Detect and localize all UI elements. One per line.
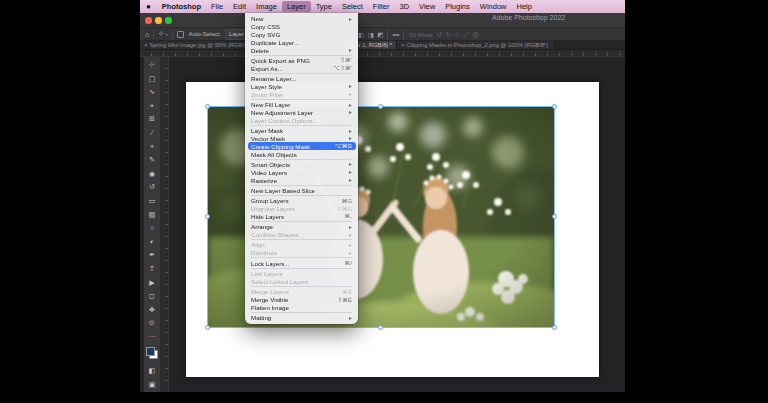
foreground-color-swatch[interactable]	[146, 347, 155, 356]
tool-spot-healing-brush-icon[interactable]: +	[146, 142, 159, 151]
menubar-item-help[interactable]: Help	[511, 1, 536, 12]
menubar-item-filter[interactable]: Filter	[368, 1, 395, 12]
tool-hand-icon[interactable]: ✥	[146, 305, 159, 314]
menubar-item-view[interactable]: View	[414, 1, 440, 12]
zoom-window-icon[interactable]	[165, 17, 172, 24]
menu-item-lock-layers[interactable]: Lock Layers...⌘/	[245, 259, 358, 267]
menu-item-hide-layers[interactable]: Hide Layers⌘,	[245, 212, 358, 220]
menu-item-smart-objects[interactable]: Smart Objects▸	[245, 161, 358, 169]
document-tab[interactable]: ×Clipping Masks in Photoshop_2.png @ 100…	[397, 41, 555, 49]
tool-lasso-icon[interactable]: ∿	[146, 87, 159, 96]
menu-item-arrange[interactable]: Arrange▸	[245, 223, 358, 231]
menubar-item-file[interactable]: File	[206, 1, 228, 12]
menu-item-copy-svg[interactable]: Copy SVG	[245, 31, 358, 39]
tool-dodge-icon[interactable]: ◐	[146, 237, 159, 246]
tool-eyedropper-icon[interactable]: ∕	[146, 128, 159, 137]
tool-object-selection-icon[interactable]: ⌖	[146, 101, 159, 110]
menubar-item-layer[interactable]: Layer	[282, 1, 311, 12]
transform-handle-top-right[interactable]	[552, 104, 557, 109]
menu-item-rasterize[interactable]: Rasterize▸	[245, 176, 358, 184]
tool-type-icon[interactable]: T	[146, 264, 159, 273]
tool-brush-icon[interactable]: ✎	[146, 155, 159, 164]
align-left-icon[interactable]: ◧	[358, 31, 364, 39]
submenu-arrow-icon: ▸	[349, 177, 352, 183]
align-icons: ◧◨◩	[358, 31, 383, 39]
vertical-ruler[interactable]	[161, 57, 169, 392]
tool-quick-mask-icon[interactable]: ◧	[146, 366, 159, 375]
menubar-item-type[interactable]: Type	[311, 1, 337, 12]
tab-bar: ×Spring Mini Image.jpg @ 50% (RGB/8(Laye…	[140, 41, 625, 50]
tool-clone-stamp-icon[interactable]: ◉	[146, 169, 159, 178]
menu-item-video-layers[interactable]: Video Layers▸	[245, 168, 358, 176]
menu-item-layer-style[interactable]: Layer Style▸	[245, 83, 358, 91]
tab-close-icon[interactable]: ×	[144, 41, 148, 49]
color-swatches[interactable]	[146, 347, 158, 359]
transform-handle-bottom-left[interactable]	[205, 325, 210, 330]
menu-item-new-adjustment-layer[interactable]: New Adjustment Layer▸	[245, 109, 358, 117]
tool-history-brush-icon[interactable]: ↺	[146, 182, 159, 191]
menubar-item-edit[interactable]: Edit	[228, 1, 251, 12]
menubar-item-photoshop[interactable]: Photoshop	[157, 1, 206, 12]
tool-eraser-icon[interactable]: ▭	[146, 196, 159, 205]
menu-item-new-fill-layer[interactable]: New Fill Layer▸	[245, 101, 358, 109]
align-right-icon[interactable]: ◩	[377, 31, 383, 39]
menu-item-copy-css[interactable]: Copy CSS	[245, 23, 358, 31]
tool-move-icon[interactable]: ⊹	[146, 60, 159, 69]
menu-item-rename-layer[interactable]: Rename Layer...	[245, 75, 358, 83]
tool-blur-icon[interactable]: ○	[146, 223, 159, 232]
menu-item-layer-mask[interactable]: Layer Mask▸	[245, 127, 358, 135]
tool-crop-icon[interactable]: ⊞	[146, 114, 159, 123]
close-window-icon[interactable]	[145, 17, 152, 24]
align-center-icon[interactable]: ◨	[368, 31, 374, 39]
more-options-icon[interactable]: •••	[392, 31, 399, 38]
tool-gradient-icon[interactable]: ▧	[146, 210, 159, 219]
menu-item-flatten-image[interactable]: Flatten Image	[245, 303, 358, 311]
menu-item-mask-all-objects[interactable]: Mask All Objects	[245, 150, 358, 158]
menu-item-new-layer-based-slice[interactable]: New Layer Based Slice	[245, 187, 358, 195]
menubar-item-window[interactable]: Window	[475, 1, 512, 12]
menu-item-quick-export-as-png[interactable]: Quick Export as PNG⇧⌘'	[245, 57, 358, 65]
minimize-window-icon[interactable]	[155, 17, 162, 24]
menu-shortcut: ⇧⌘'	[340, 57, 352, 63]
submenu-arrow-icon: ▸	[349, 232, 352, 238]
transform-handle-middle-left[interactable]	[205, 214, 210, 219]
menu-item-vector-mask[interactable]: Vector Mask▸	[245, 135, 358, 143]
horizontal-ruler[interactable]	[140, 50, 625, 57]
menu-item-export-as[interactable]: Export As...⌥⇧⌘'	[245, 64, 358, 72]
tool-screen-mode-icon[interactable]: ▣	[146, 380, 159, 389]
tools-panel: ⊹▢∿⌖⊞∕+✎◉↺▭▧○◐✒T▶◻✥⊙⋯◧▣	[144, 57, 161, 392]
tool-edit-toolbar-icon[interactable]: ⋯	[146, 332, 159, 341]
menu-item-matting[interactable]: Matting▸	[245, 314, 358, 322]
pasteboard[interactable]	[169, 57, 625, 392]
menubar-item-3d[interactable]: 3D	[394, 1, 414, 12]
transform-handle-middle-right[interactable]	[552, 214, 557, 219]
pan-3d-icon: ⊹	[455, 31, 460, 39]
tool-rectangular-marquee-icon[interactable]: ▢	[146, 74, 159, 83]
menu-item-duplicate-layer[interactable]: Duplicate Layer...	[245, 38, 358, 46]
menubar-item-select[interactable]: Select	[337, 1, 368, 12]
tool-pen-icon[interactable]: ✒	[146, 250, 159, 259]
home-icon[interactable]: ⌂	[145, 31, 149, 38]
menu-item-new[interactable]: New▸	[245, 15, 358, 23]
options-bar: ⌂ ⊹∨ Auto-Select: Layer ∨ ◧◨◩ ••• 3D Mod…	[140, 28, 625, 41]
submenu-arrow-icon: ▸	[349, 169, 352, 175]
menu-item-group-layers[interactable]: Group Layers⌘G	[245, 197, 358, 205]
transform-handle-top-center[interactable]	[378, 104, 383, 109]
menu-item-combine-shapes: Combine Shapes▸	[245, 231, 358, 239]
transform-handle-bottom-right[interactable]	[552, 325, 557, 330]
apple-icon[interactable]: ●	[146, 0, 151, 13]
menubar-item-plugins[interactable]: Plugins	[440, 1, 475, 12]
transform-handle-top-left[interactable]	[205, 104, 210, 109]
auto-select-checkbox[interactable]	[177, 31, 184, 38]
transform-handle-bottom-center[interactable]	[378, 325, 383, 330]
tool-rectangle-icon[interactable]: ◻	[146, 291, 159, 300]
menubar-item-image[interactable]: Image	[251, 1, 282, 12]
tab-close-icon[interactable]: ×	[401, 41, 405, 49]
move-tool-preset[interactable]: ⊹∨	[158, 30, 168, 38]
tool-zoom-icon[interactable]: ⊙	[146, 318, 159, 327]
tab-label: Clipping Masks in Photoshop_2.png @ 100%…	[407, 42, 549, 48]
menu-item-create-clipping-mask[interactable]: Create Clipping Mask⌥⌘G	[248, 142, 356, 150]
menu-item-merge-visible[interactable]: Merge Visible⇧⌘E	[245, 296, 358, 304]
tool-path-selection-icon[interactable]: ▶	[146, 278, 159, 287]
menu-item-delete[interactable]: Delete▸	[245, 46, 358, 54]
